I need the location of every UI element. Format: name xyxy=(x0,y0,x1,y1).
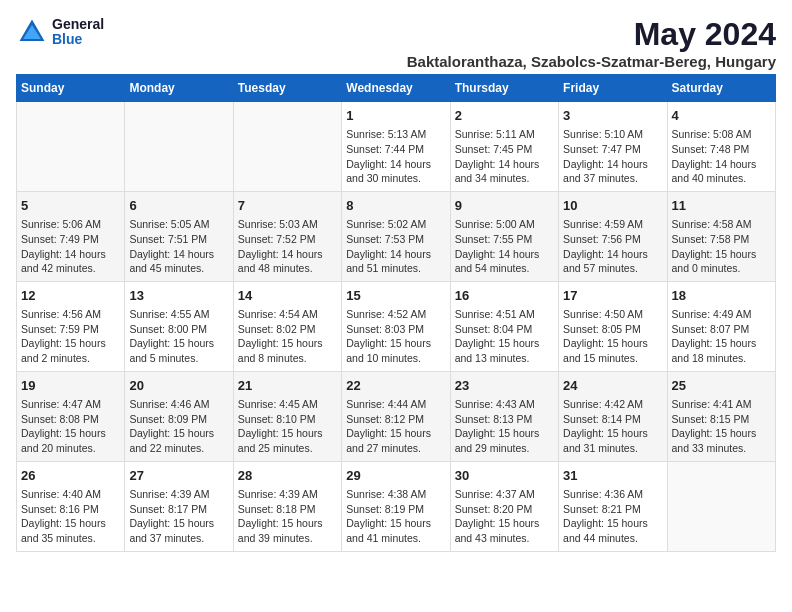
day-info: Daylight: 15 hours xyxy=(129,336,228,351)
day-info: Sunset: 8:12 PM xyxy=(346,412,445,427)
day-info: and 35 minutes. xyxy=(21,531,120,546)
day-info: Sunset: 7:45 PM xyxy=(455,142,554,157)
day-number: 2 xyxy=(455,107,554,125)
calendar-cell: 5Sunrise: 5:06 AMSunset: 7:49 PMDaylight… xyxy=(17,191,125,281)
logo-general: General xyxy=(52,17,104,32)
logo: General Blue xyxy=(16,16,104,48)
calendar-cell: 29Sunrise: 4:38 AMSunset: 8:19 PMDayligh… xyxy=(342,461,450,551)
day-info: and 51 minutes. xyxy=(346,261,445,276)
calendar-cell xyxy=(233,102,341,192)
day-info: and 8 minutes. xyxy=(238,351,337,366)
day-info: Sunrise: 4:38 AM xyxy=(346,487,445,502)
week-row-3: 12Sunrise: 4:56 AMSunset: 7:59 PMDayligh… xyxy=(17,281,776,371)
day-number: 6 xyxy=(129,197,228,215)
day-info: Sunset: 7:55 PM xyxy=(455,232,554,247)
col-wednesday: Wednesday xyxy=(342,75,450,102)
day-info: and 18 minutes. xyxy=(672,351,771,366)
day-info: Daylight: 15 hours xyxy=(455,336,554,351)
day-info: Sunset: 8:10 PM xyxy=(238,412,337,427)
calendar-cell: 23Sunrise: 4:43 AMSunset: 8:13 PMDayligh… xyxy=(450,371,558,461)
day-info: Daylight: 15 hours xyxy=(238,516,337,531)
day-number: 28 xyxy=(238,467,337,485)
day-info: Daylight: 15 hours xyxy=(346,336,445,351)
calendar-cell xyxy=(667,461,775,551)
day-info: Daylight: 14 hours xyxy=(21,247,120,262)
day-info: Sunrise: 4:46 AM xyxy=(129,397,228,412)
day-info: Sunrise: 5:13 AM xyxy=(346,127,445,142)
day-info: Sunrise: 4:45 AM xyxy=(238,397,337,412)
calendar-cell: 20Sunrise: 4:46 AMSunset: 8:09 PMDayligh… xyxy=(125,371,233,461)
calendar-cell: 19Sunrise: 4:47 AMSunset: 8:08 PMDayligh… xyxy=(17,371,125,461)
day-info: and 31 minutes. xyxy=(563,441,662,456)
title-block: May 2024 Baktaloranthaza, Szabolcs-Szatm… xyxy=(407,16,776,70)
day-info: Sunrise: 4:49 AM xyxy=(672,307,771,322)
day-number: 26 xyxy=(21,467,120,485)
day-info: Daylight: 15 hours xyxy=(563,426,662,441)
day-number: 9 xyxy=(455,197,554,215)
day-info: Sunrise: 4:54 AM xyxy=(238,307,337,322)
day-info: Sunrise: 4:47 AM xyxy=(21,397,120,412)
day-info: and 41 minutes. xyxy=(346,531,445,546)
day-info: Sunrise: 5:02 AM xyxy=(346,217,445,232)
day-info: and 48 minutes. xyxy=(238,261,337,276)
day-number: 24 xyxy=(563,377,662,395)
day-info: Sunset: 8:13 PM xyxy=(455,412,554,427)
day-info: and 5 minutes. xyxy=(129,351,228,366)
day-info: Sunset: 7:48 PM xyxy=(672,142,771,157)
week-row-2: 5Sunrise: 5:06 AMSunset: 7:49 PMDaylight… xyxy=(17,191,776,281)
day-info: Sunrise: 5:05 AM xyxy=(129,217,228,232)
calendar-cell: 1Sunrise: 5:13 AMSunset: 7:44 PMDaylight… xyxy=(342,102,450,192)
day-info: Daylight: 15 hours xyxy=(455,516,554,531)
col-monday: Monday xyxy=(125,75,233,102)
day-number: 19 xyxy=(21,377,120,395)
day-info: Daylight: 15 hours xyxy=(672,426,771,441)
day-info: Sunset: 7:59 PM xyxy=(21,322,120,337)
day-info: Daylight: 15 hours xyxy=(21,336,120,351)
day-info: Sunrise: 5:10 AM xyxy=(563,127,662,142)
day-info: Daylight: 15 hours xyxy=(563,516,662,531)
day-info: Sunset: 7:44 PM xyxy=(346,142,445,157)
day-number: 29 xyxy=(346,467,445,485)
day-info: Sunrise: 4:40 AM xyxy=(21,487,120,502)
day-info: Daylight: 15 hours xyxy=(21,516,120,531)
day-info: and 42 minutes. xyxy=(21,261,120,276)
day-info: Sunset: 8:17 PM xyxy=(129,502,228,517)
day-number: 14 xyxy=(238,287,337,305)
col-thursday: Thursday xyxy=(450,75,558,102)
day-info: Daylight: 15 hours xyxy=(238,336,337,351)
day-info: Sunset: 7:52 PM xyxy=(238,232,337,247)
day-info: and 0 minutes. xyxy=(672,261,771,276)
day-info: Sunset: 8:02 PM xyxy=(238,322,337,337)
day-number: 17 xyxy=(563,287,662,305)
day-info: and 29 minutes. xyxy=(455,441,554,456)
day-info: and 40 minutes. xyxy=(672,171,771,186)
day-info: and 22 minutes. xyxy=(129,441,228,456)
day-number: 21 xyxy=(238,377,337,395)
day-info: Sunrise: 4:36 AM xyxy=(563,487,662,502)
day-number: 25 xyxy=(672,377,771,395)
day-info: Sunrise: 4:55 AM xyxy=(129,307,228,322)
main-title: May 2024 xyxy=(407,16,776,53)
calendar-cell: 18Sunrise: 4:49 AMSunset: 8:07 PMDayligh… xyxy=(667,281,775,371)
day-info: and 57 minutes. xyxy=(563,261,662,276)
day-info: Sunrise: 4:39 AM xyxy=(129,487,228,502)
day-info: Sunset: 8:16 PM xyxy=(21,502,120,517)
calendar-cell: 27Sunrise: 4:39 AMSunset: 8:17 PMDayligh… xyxy=(125,461,233,551)
day-info: and 10 minutes. xyxy=(346,351,445,366)
week-row-1: 1Sunrise: 5:13 AMSunset: 7:44 PMDaylight… xyxy=(17,102,776,192)
day-info: Sunset: 8:15 PM xyxy=(672,412,771,427)
day-number: 12 xyxy=(21,287,120,305)
day-info: and 54 minutes. xyxy=(455,261,554,276)
calendar-cell: 28Sunrise: 4:39 AMSunset: 8:18 PMDayligh… xyxy=(233,461,341,551)
calendar-cell: 7Sunrise: 5:03 AMSunset: 7:52 PMDaylight… xyxy=(233,191,341,281)
calendar-cell: 24Sunrise: 4:42 AMSunset: 8:14 PMDayligh… xyxy=(559,371,667,461)
calendar-header: Sunday Monday Tuesday Wednesday Thursday… xyxy=(17,75,776,102)
day-info: and 25 minutes. xyxy=(238,441,337,456)
day-info: Sunrise: 4:43 AM xyxy=(455,397,554,412)
day-info: and 20 minutes. xyxy=(21,441,120,456)
calendar-cell: 15Sunrise: 4:52 AMSunset: 8:03 PMDayligh… xyxy=(342,281,450,371)
day-info: and 37 minutes. xyxy=(129,531,228,546)
day-info: Sunset: 8:19 PM xyxy=(346,502,445,517)
day-info: Daylight: 15 hours xyxy=(672,247,771,262)
day-info: Sunrise: 4:44 AM xyxy=(346,397,445,412)
